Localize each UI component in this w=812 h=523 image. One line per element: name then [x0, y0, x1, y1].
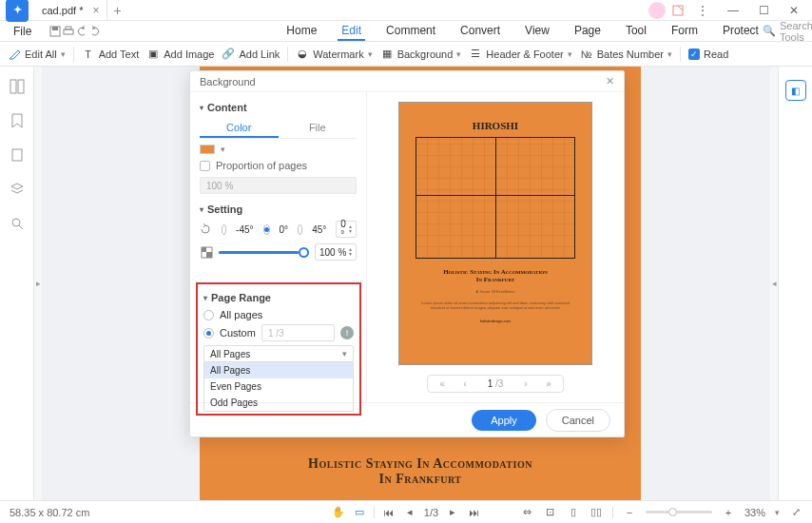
read-toggle[interactable]: ✓Read	[688, 48, 728, 60]
document-text: Holistic Staying In Accommodation In Fra…	[200, 456, 641, 487]
collapse-left-handle[interactable]: ▸	[34, 67, 42, 500]
new-tab-button[interactable]: +	[113, 3, 121, 18]
zoom-slider[interactable]	[646, 511, 712, 513]
color-picker[interactable]: ▾	[200, 145, 357, 154]
last-page-icon[interactable]: ⏭	[467, 506, 480, 519]
thumbnails-icon[interactable]	[9, 78, 26, 95]
search-tools[interactable]: 🔍 Search Tools	[763, 20, 812, 43]
layers-icon[interactable]	[9, 181, 26, 198]
first-page-button[interactable]: «	[434, 378, 451, 389]
attachment-icon[interactable]	[9, 146, 26, 164]
zoom-value[interactable]: 33%	[744, 507, 765, 518]
maximize-button[interactable]: ☐	[751, 1, 776, 20]
save-icon[interactable]	[48, 25, 62, 38]
hand-tool-icon[interactable]: ✋	[332, 506, 345, 519]
custom-radio[interactable]	[203, 328, 214, 339]
main-tab-view[interactable]: View	[521, 22, 553, 41]
svg-rect-12	[206, 252, 212, 258]
watermark-button[interactable]: ◒Watermark▾	[296, 48, 372, 61]
info-icon[interactable]: !	[340, 326, 354, 339]
main-tab-protect[interactable]: Protect	[719, 22, 763, 41]
fit-page-icon[interactable]: ⊡	[544, 506, 557, 519]
prev-page-button[interactable]: ‹	[456, 378, 474, 389]
add-link-button[interactable]: 🔗Add Link	[222, 48, 280, 61]
zoom-thumb[interactable]	[668, 508, 677, 516]
main-tab-form[interactable]: Form	[667, 22, 702, 41]
add-text-button[interactable]: TAdd Text	[82, 48, 140, 61]
single-page-icon[interactable]: ▯	[567, 506, 580, 519]
main-tab-tool[interactable]: Tool	[622, 22, 650, 41]
undo-icon[interactable]	[75, 25, 88, 38]
proportion-checkbox[interactable]	[200, 161, 210, 171]
add-image-button[interactable]: ▣Add Image	[146, 48, 214, 61]
custom-range-input[interactable]: 1 /3	[261, 324, 335, 341]
dropdown-option[interactable]: All Pages	[204, 362, 353, 378]
close-tab-icon[interactable]: ×	[92, 4, 99, 17]
kebab-menu-icon[interactable]: ⋮	[690, 1, 715, 20]
page-range-header[interactable]: ▾Page Range	[203, 292, 354, 303]
next-page-icon[interactable]: ▸	[446, 506, 459, 519]
fit-width-icon[interactable]: ⇔	[521, 506, 534, 519]
dropdown-option[interactable]: Even Pages	[204, 378, 353, 395]
opacity-input[interactable]: 100 %▴▾	[315, 243, 357, 261]
watermark-icon: ◒	[296, 48, 309, 61]
content-section-header[interactable]: ▾Content	[200, 102, 357, 113]
tab-color[interactable]: Color	[200, 119, 279, 138]
share-icon[interactable]	[671, 4, 685, 17]
header-footer-button[interactable]: ☰Header & Footer▾	[469, 48, 571, 61]
angle-input[interactable]: 0 °▴▾	[336, 221, 357, 238]
chevron-down-icon[interactable]: ▾	[775, 508, 780, 517]
page-indicator[interactable]: 1/3	[424, 507, 438, 518]
angle-0-radio[interactable]	[263, 224, 270, 235]
print-icon[interactable]	[62, 25, 75, 38]
search-panel-icon[interactable]	[9, 215, 26, 232]
close-dialog-button[interactable]: ✕	[606, 75, 614, 87]
user-avatar-icon[interactable]	[648, 2, 666, 19]
zoom-out-icon[interactable]: −	[623, 506, 636, 519]
spinner-arrows-icon[interactable]: ▴▾	[349, 247, 352, 257]
two-page-icon[interactable]: ▯▯	[590, 506, 603, 519]
main-tab-convert[interactable]: Convert	[456, 22, 504, 41]
apply-button[interactable]: Apply	[472, 410, 536, 431]
document-tab[interactable]: cad.pdf * ×	[34, 0, 107, 21]
dialog-preview-panel: HIROSHI Holistic Staying In Accommodatio…	[367, 92, 624, 402]
close-window-button[interactable]: ✕	[782, 1, 806, 20]
edit-all-button[interactable]: Edit All ▾	[8, 48, 66, 61]
page-subset-select[interactable]: All Pages▾	[203, 345, 354, 362]
fullscreen-icon[interactable]: ⤢	[789, 506, 802, 519]
main-tab-edit[interactable]: Edit	[338, 22, 365, 41]
bookmark-icon[interactable]	[9, 112, 26, 129]
main-tab-home[interactable]: Home	[282, 22, 320, 41]
opacity-slider[interactable]	[219, 251, 309, 254]
tab-file[interactable]: File	[279, 119, 358, 138]
preview-pager: « ‹ 1 /3 › »	[427, 375, 564, 393]
main-tab-page[interactable]: Page	[570, 22, 605, 41]
page-number[interactable]: 1 /3	[479, 378, 512, 389]
svg-rect-3	[64, 29, 73, 34]
statusbar: 58.35 x 80.72 cm ✋ ▭ ⏮ ◂ 1/3 ▸ ⏭ ⇔ ⊡ ▯ ▯…	[0, 500, 812, 523]
first-page-icon[interactable]: ⏮	[382, 506, 396, 519]
angle-neg45-radio[interactable]	[222, 224, 226, 235]
last-page-button[interactable]: »	[540, 378, 557, 389]
minimize-button[interactable]: —	[721, 1, 745, 20]
angle-45-radio[interactable]	[298, 224, 302, 235]
select-tool-icon[interactable]: ▭	[353, 506, 366, 519]
cancel-button[interactable]: Cancel	[546, 409, 610, 432]
prev-page-icon[interactable]: ◂	[403, 506, 416, 519]
rotate-icon[interactable]	[200, 223, 212, 236]
zoom-in-icon[interactable]: +	[722, 506, 735, 519]
spinner-arrows-icon[interactable]: ▴▾	[349, 224, 352, 234]
setting-section-header[interactable]: ▾Setting	[200, 203, 357, 215]
properties-panel-icon[interactable]: ◧	[785, 80, 806, 101]
collapse-right-handle[interactable]: ◂	[770, 67, 778, 500]
file-menu[interactable]: File	[4, 25, 41, 38]
all-pages-radio[interactable]	[203, 310, 214, 320]
bates-number-button[interactable]: №Bates Number▾	[580, 48, 672, 61]
redo-icon[interactable]	[88, 25, 102, 38]
slider-thumb[interactable]	[299, 247, 309, 258]
next-page-button[interactable]: ›	[517, 378, 534, 389]
background-button[interactable]: ▦Background▾	[380, 48, 462, 61]
background-icon: ▦	[380, 48, 394, 61]
dropdown-option[interactable]: Odd Pages	[204, 395, 353, 411]
main-tab-comment[interactable]: Comment	[382, 22, 439, 41]
